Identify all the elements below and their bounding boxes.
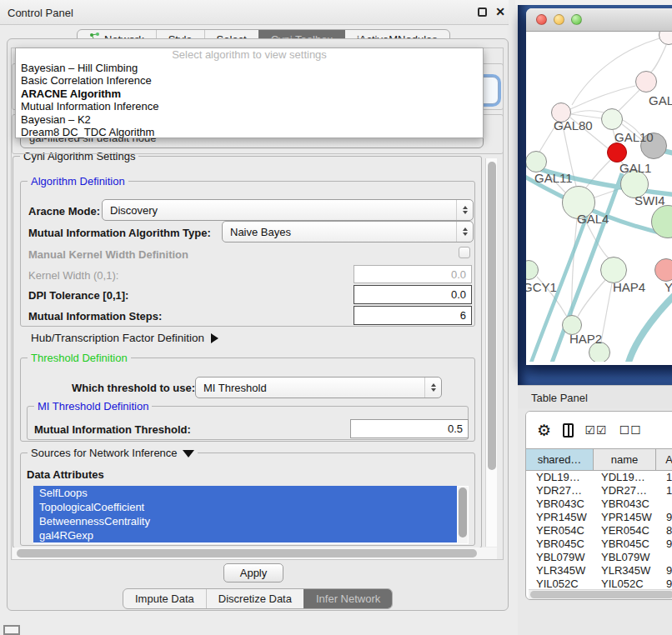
network-window-titlebar[interactable] [526,8,672,32]
apply-button-label: Apply [240,567,268,579]
threshold-definition-title: Threshold Definition [28,352,131,364]
network-node-selected-red[interactable] [607,142,627,162]
table-header-row: shared… name A [526,448,672,471]
expand-right-icon[interactable] [211,333,218,343]
manual-kernel-checkbox[interactable] [459,247,470,258]
table-horizontal-scrollbar[interactable] [529,589,672,599]
sources-title: Sources for Network Inference [28,447,198,459]
settings-vertical-scrollbar[interactable] [485,158,497,547]
network-node-pink[interactable] [654,258,672,282]
aracne-mode-value: Discovery [110,204,158,217]
mi-threshold-group-title: MI Threshold Definition [34,400,152,412]
node-label: SWI4 [634,193,665,208]
list-item[interactable]: gal4RGexp [33,528,457,542]
aracne-mode-combo[interactable]: Discovery [102,199,474,221]
dropdown-item[interactable]: Dream8 DC_TDC Algorithm [16,126,483,138]
deselect-all-checkboxes-icon[interactable]: ☐☐ [619,423,642,437]
algorithm-definition-title: Algorithm Definition [28,175,128,188]
list-scrollbar[interactable] [458,487,468,543]
tab-infer-network[interactable]: Infer Network [303,589,392,608]
node-label: Y [664,280,672,294]
node-label: HAP2 [569,332,602,346]
control-panel-titlebar: Control Panel ✕ [0,0,515,25]
mi-steps-label: Mutual Information Steps: [28,310,162,322]
dropdown-item[interactable]: Mutual Information Inference [16,100,483,112]
window-minimize-icon[interactable] [554,14,564,25]
node-table: shared… name A YDL19…YDL19…13 YDR27…YDR2… [526,448,672,591]
top-strip [515,0,672,5]
table-row[interactable]: YBR045CYBR045C9. [526,538,672,551]
apply-button[interactable]: Apply [223,563,283,582]
dpi-tolerance-label: DPI Tolerance [0,1]: [28,289,128,302]
hide-panel-button[interactable] [3,625,20,635]
network-node[interactable] [635,71,657,92]
close-icon[interactable]: ✕ [495,5,505,18]
list-item[interactable]: TopologicalCoefficient [33,500,457,514]
column-header-name[interactable]: name [594,449,656,470]
mi-type-combo[interactable]: Naive Bayes [222,221,474,242]
app-root: Control Panel ✕ Network Style Select Cyn… [0,0,672,635]
node-label: GCY1 [526,280,557,294]
hub-definition-row[interactable]: Hub/Transcription Factor Definition [31,332,218,344]
table-row[interactable]: YPR145WYPR145W9. [526,511,672,524]
dropdown-item-selected[interactable]: ARACNE Algorithm [16,88,483,100]
which-threshold-label: Which threshold to use: [72,382,195,394]
table-row[interactable]: YBR043CYBR043C [526,498,672,511]
sources-title-text: Sources for Network Inference [31,447,178,459]
mi-threshold-label: Mutual Information Threshold: [34,423,191,436]
bottom-tabs: Impute Data Discretize Data Infer Networ… [123,588,393,609]
list-item[interactable]: SelfLoops [33,486,457,500]
table-panel-header: Table Panel [518,385,672,408]
network-node[interactable] [601,108,623,130]
columns-icon[interactable] [563,423,574,438]
node-label: GAL10 [614,130,654,144]
table-panel-box: ⚙ ☑☑ ☐☐ shared… name A YDL19…YDL19…13 YD… [525,411,672,600]
table-panel-area: ⚙ ☑☑ ☐☐ shared… name A YDL19…YDL19…13 YD… [518,408,672,635]
column-header-shared-name[interactable]: shared… [526,449,594,470]
window-zoom-icon[interactable] [571,14,582,25]
mi-threshold-field[interactable]: 0.5 [350,419,469,438]
tab-discretize-data-label: Discretize Data [218,592,292,605]
kernel-width-label: Kernel Width (0,1): [28,269,118,282]
dropdown-item[interactable]: Basic Correlation Inference [16,74,483,87]
table-row[interactable]: YBL079WYBL079W [526,551,672,564]
which-threshold-combo[interactable]: MI Threshold [195,377,442,398]
data-attributes-list[interactable]: SelfLoops TopologicalCoefficient Between… [33,486,469,544]
node-label: GAL80 [554,118,593,132]
tab-impute-data[interactable]: Impute Data [123,589,206,608]
dropdown-item[interactable]: Bayesian – K2 [16,113,483,126]
node-label: HAP4 [613,280,645,294]
control-panel-title: Control Panel [8,7,73,19]
gear-icon[interactable]: ⚙ [537,422,551,438]
table-row[interactable]: YDR27…YDR27…12 [526,484,672,498]
network-node-gal11[interactable] [526,151,547,172]
table-row[interactable]: YER054CYER054C8. [526,524,672,538]
mi-type-label: Mutual Information Algorithm Type: [28,227,211,239]
settings-horizontal-scrollbar[interactable] [13,548,497,559]
network-view-window[interactable]: GAL80 GAL10 GAL1 GAL11 SWI4 GAL4 GCY1 HA… [526,8,672,365]
table-panel-title: Table Panel [531,392,588,404]
table-row[interactable]: YDL19…YDL19…13 [526,471,672,484]
data-attributes-label: Data Attributes [27,468,104,481]
dpi-tolerance-field[interactable]: 0.0 [354,285,472,304]
aracne-mode-label: Aracne Mode: [28,205,100,218]
manual-kernel-label: Manual Kernel Width Definition [28,248,188,261]
dropdown-prompt: Select algorithm to view settings [16,48,483,62]
algorithm-dropdown-popup: Select algorithm to view settings Bayesi… [15,48,484,138]
mi-steps-field[interactable]: 6 [354,306,472,325]
column-header-partial[interactable]: A [656,449,672,470]
select-all-checkboxes-icon[interactable]: ☑☑ [585,423,608,437]
tab-discretize-data[interactable]: Discretize Data [206,589,303,608]
which-threshold-value: MI Threshold [203,382,267,394]
hub-definition-label: Hub/Transcription Factor Definition [31,332,204,344]
float-window-icon[interactable] [478,8,487,17]
collapse-down-icon[interactable] [183,450,194,458]
network-canvas[interactable]: GAL80 GAL10 GAL1 GAL11 SWI4 GAL4 GCY1 HA… [526,32,672,362]
window-close-icon[interactable] [536,14,547,25]
table-row[interactable]: YLR345WYLR345W9. [526,564,672,578]
kernel-width-field[interactable]: 0.0 [354,265,472,283]
node-label: GAL1 [619,161,651,175]
tab-impute-data-label: Impute Data [135,592,194,605]
dropdown-item[interactable]: Bayesian – Hill Climbing [16,62,483,74]
list-item[interactable]: BetweennessCentrality [33,514,457,528]
